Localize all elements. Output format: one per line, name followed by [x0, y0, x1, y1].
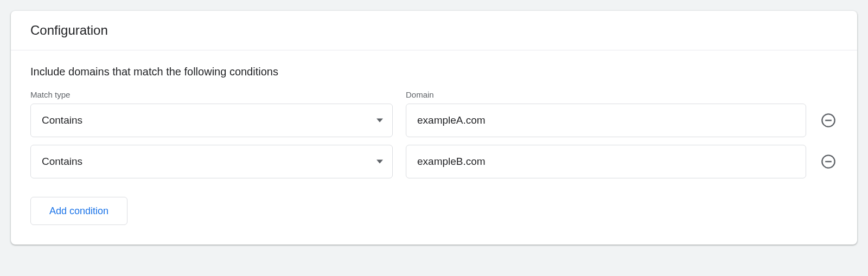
add-condition-button[interactable]: Add condition: [30, 197, 127, 225]
remove-circle-icon: [821, 154, 836, 169]
configuration-card: Configuration Include domains that match…: [11, 11, 857, 245]
chevron-down-icon: [376, 160, 383, 164]
match-type-select[interactable]: Contains: [30, 145, 393, 178]
card-header: Configuration: [11, 11, 857, 50]
remove-condition-button[interactable]: [819, 152, 838, 171]
match-type-label: Match type: [30, 90, 393, 99]
card-title: Configuration: [30, 23, 838, 38]
condition-row: Contains: [30, 104, 838, 137]
remove-condition-button[interactable]: [819, 111, 838, 130]
section-title: Include domains that match the following…: [30, 66, 838, 78]
chevron-down-icon: [376, 119, 383, 123]
match-type-value: Contains: [42, 114, 82, 126]
condition-row: Contains: [30, 145, 838, 178]
domain-input[interactable]: [406, 104, 806, 137]
match-type-select[interactable]: Contains: [30, 104, 393, 137]
remove-circle-icon: [821, 113, 836, 128]
card-body: Include domains that match the following…: [11, 50, 857, 245]
match-type-value: Contains: [42, 156, 82, 168]
domain-input[interactable]: [406, 145, 806, 178]
labels-row: Match type Domain: [30, 90, 838, 99]
domain-label: Domain: [406, 90, 838, 99]
